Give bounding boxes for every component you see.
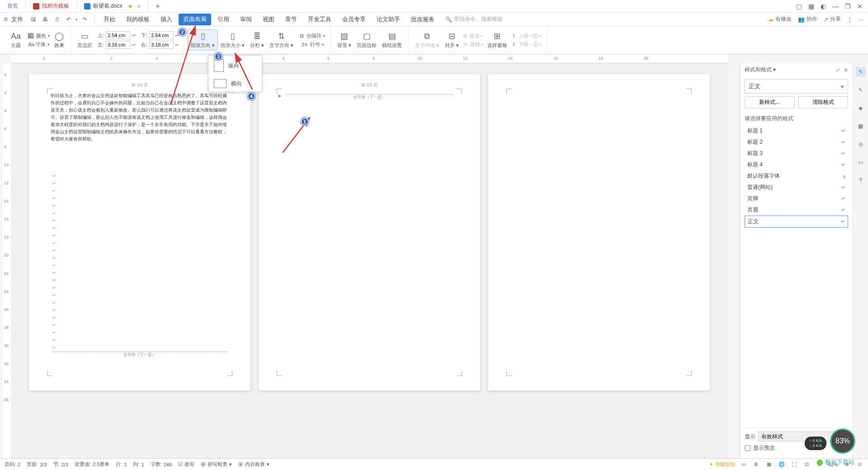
menu-devtools[interactable]: 开发工具 [303,14,336,25]
style-item-h4[interactable]: 标题 4↵ [745,159,848,170]
panel-popout-icon[interactable]: ⤢ [835,67,840,73]
view-mode-5-icon[interactable]: ⛶ [790,461,798,469]
margin-left-input[interactable] [106,41,130,49]
rail-layers-icon[interactable]: ▦ [856,121,866,131]
selection-pane-button[interactable]: ⊞选择窗格 [485,30,510,50]
minimize-icon[interactable]: — [832,3,839,10]
combine-button[interactable]: ⧉组合▾ [462,32,485,40]
menu-start[interactable]: 开始 [99,14,120,25]
rotate-button[interactable]: ⟳旋转▾ [462,41,485,48]
sb-section[interactable]: 节:2/3 [53,461,68,468]
align-button[interactable]: ⊟对齐 ▾ [442,30,462,50]
menu-section[interactable]: 章节 [281,14,302,25]
sb-row[interactable]: 行:1 [116,461,127,468]
theme-effect-button[interactable]: ◯效果 [52,30,67,50]
user-avatar-icon[interactable]: ◐ [821,3,826,10]
current-style-select[interactable]: 正文▾ [745,79,848,94]
rail-target-icon[interactable]: ◎ [856,139,866,149]
panel-close-icon[interactable]: ✕ [844,67,848,73]
margin-top-input[interactable] [106,31,130,39]
move-down-button[interactable]: ⬇下移一层▾ [510,41,543,48]
menu-thesis[interactable]: 论文助手 [372,14,405,25]
zoom-slider-icon[interactable]: ⊙ [855,461,863,469]
print-icon[interactable]: 🖶 [41,15,49,24]
style-item-footer[interactable]: 页脚↵ [745,193,848,204]
page-border-button[interactable]: ▢页面边框 [354,30,379,50]
view-mode-2-icon[interactable]: ≣ [752,461,760,469]
clear-format-button[interactable]: 清除格式 [798,96,849,108]
redo-icon[interactable]: ↷ [80,15,89,24]
menu-insert[interactable]: 插入 [156,14,177,25]
sb-page-no[interactable]: 页码:2 [5,461,20,468]
columns-button[interactable]: ≣分栏 ▾ [247,30,267,50]
preview-checkbox[interactable] [745,445,750,451]
tab-document[interactable]: 盼望着.docx × [77,0,148,13]
maximize-icon[interactable]: ❐ [845,3,851,10]
sb-words[interactable]: 字数:246 [151,461,172,468]
style-item-h1[interactable]: 标题 1↵ [745,125,848,136]
close-tab-icon[interactable]: × [137,3,141,10]
window-close-icon[interactable]: ✕ [857,3,863,10]
layout-icon[interactable]: ▢ [796,3,802,10]
paper-orientation-button[interactable]: ▯纸张方向 ▾ [188,29,218,51]
margin-right-input[interactable] [149,41,174,49]
preview-icon[interactable]: ⎙ [53,15,61,24]
style-item-normal-web[interactable]: 普通(网站)↵ [745,182,848,193]
menu-pagelayout[interactable]: 页面布局 [179,14,211,25]
file-menu[interactable]: 文件 [11,15,23,24]
menu-reference[interactable]: 引用 [213,14,234,25]
hyphen-button[interactable]: ⊟分隔符▾ [298,32,327,40]
new-style-button[interactable]: 新样式... [745,96,795,108]
orientation-landscape[interactable]: 横向 [208,75,262,92]
style-item-header[interactable]: 页眉↵ [745,204,848,216]
command-search[interactable]: 🔍 查找命令、搜索模板 [445,15,503,23]
sb-spell[interactable]: ⦿拼写检查 ▾ [201,461,232,468]
share-button[interactable]: ↗分享 [824,15,841,23]
rail-select-icon[interactable]: ↖ [856,85,866,95]
style-item-body[interactable]: 正文↵ [745,216,848,228]
appgrid-icon[interactable]: ▦ [808,3,814,10]
collapse-ribbon-icon[interactable]: ︿ [859,15,864,23]
theme-font-button[interactable]: Aa 字体▾ [26,41,52,48]
rail-help-icon[interactable]: ? [856,175,866,185]
view-mode-1-icon[interactable]: ▭ [740,461,748,469]
document-canvas[interactable]: 第 1/2 页 到目前为止，大家对金山文档这款智能编辑工具其实已经是相当熟悉的了… [11,63,728,458]
menu-view[interactable]: 视图 [258,14,279,25]
paper-setting-button[interactable]: ▤稿纸设置 [379,30,405,50]
more-icon[interactable]: ⋮ [847,16,853,23]
coop-button[interactable]: 👥协作 [798,15,817,23]
tab-template[interactable]: 找稻壳模板 [26,0,77,13]
style-item-default-font[interactable]: 默认段落字体a [745,170,848,182]
rail-shape-icon[interactable]: ◈ [856,103,866,113]
zoom-fit-icon[interactable]: ⊡ [803,461,811,469]
view-mode-3-icon[interactable]: ▦ [765,461,773,469]
sb-page[interactable]: 页面:2/3 [27,461,47,468]
has-changes-button[interactable]: ☁有修改 [768,15,792,23]
paper-size-button[interactable]: ▯纸张大小 ▾ [218,30,247,50]
tab-home[interactable]: 首页 [0,0,26,13]
page-margins-button[interactable]: ▭页边距 [75,30,95,50]
menu-mytemplate[interactable]: 我的模板 [122,14,154,25]
text-wrap-button[interactable]: ⧉文字环绕 ▾ [412,30,442,50]
sb-content-check[interactable]: ⦿内容检查 ▾ [238,461,269,468]
sb-setting[interactable]: 设置值:2.5厘米 [75,461,109,468]
orientation-portrait[interactable]: 纵向 [208,56,262,75]
menu-corrections[interactable]: 批改服务 [406,14,439,25]
text-direction-button[interactable]: ⇅文字方向 ▾ [267,30,296,50]
margin-bottom-input[interactable] [149,31,174,39]
sb-col[interactable]: 列:1 [133,461,144,468]
menu-review[interactable]: 审阅 [236,14,256,25]
sb-smart[interactable]: ✦ 智能识别 [709,461,735,468]
save-icon[interactable]: 🖫 [29,15,38,24]
style-item-h2[interactable]: 标题 2↵ [745,136,848,148]
move-up-button[interactable]: ⬆上移一层▾ [510,32,543,40]
sb-rewrite[interactable]: ☑改写 [178,461,194,468]
background-button[interactable]: ▨背景 ▾ [335,30,354,50]
undo-icon[interactable]: ↶ [65,15,73,24]
theme-color-button[interactable]: 颜色▾ [26,32,52,40]
menu-member[interactable]: 会员专享 [338,14,370,25]
theme-button[interactable]: Aa主题 [8,30,24,50]
view-mode-4-icon[interactable]: 🌐 [778,461,786,469]
tab-new[interactable]: + [148,0,167,13]
hamburger-icon[interactable]: ≡ [4,15,8,24]
